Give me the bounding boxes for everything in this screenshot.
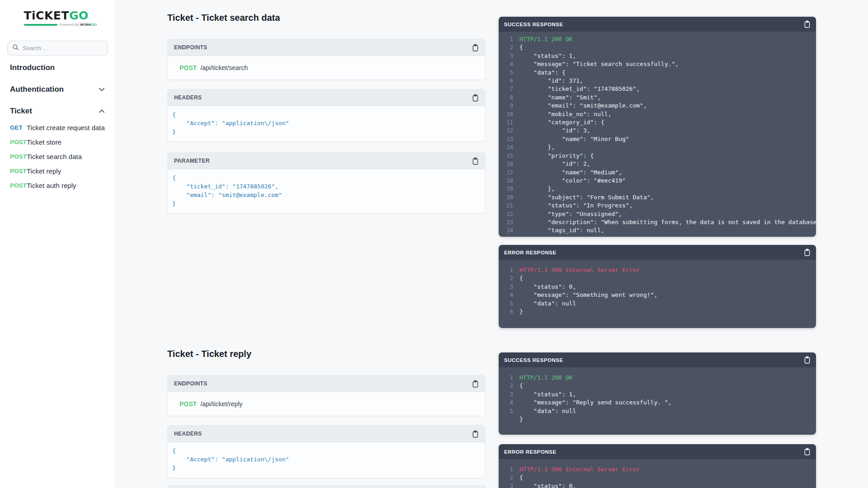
code-line: 2 { — [503, 274, 816, 282]
endpoint-label: Ticket store — [27, 138, 61, 147]
code-line: 3 "status": 1, — [503, 52, 816, 60]
code-line: 4 "message": "Something went wrong!", — [503, 291, 816, 299]
line-text: HTTP/1.1 500 Internal Server Error — [519, 266, 640, 274]
panel-title: ENDPOINTS — [174, 44, 208, 51]
line-number: 2 — [503, 43, 513, 52]
line-text: "status": 1, — [519, 52, 576, 60]
search-input[interactable] — [23, 45, 103, 52]
copy-icon[interactable] — [472, 94, 479, 102]
line-number: 1 — [503, 35, 513, 43]
line-number: 1 — [503, 266, 513, 274]
copy-icon[interactable] — [472, 430, 479, 438]
line-text: } — [519, 415, 523, 423]
endpoint-row: POST /api/ticket/search — [168, 56, 485, 80]
copy-icon[interactable] — [804, 20, 811, 28]
method-badge: POST — [10, 167, 27, 176]
chevron-down-icon — [99, 88, 104, 91]
sidebar-endpoint-item[interactable]: POST Ticket reply — [0, 167, 115, 176]
tagline-brand-dark: WORK — [80, 23, 91, 27]
line-text: "description": "When submitting forms, t… — [519, 218, 816, 226]
copy-icon[interactable] — [804, 249, 811, 256]
section-title: Ticket - Ticket search data — [167, 13, 280, 23]
code-line: 10 "mobile_no": null, — [503, 110, 816, 118]
line-number: 3 — [503, 52, 513, 60]
code-line: 5 "data": { — [503, 69, 816, 77]
line-text: "id": 371, — [519, 77, 583, 85]
line-text: "ticket_id": "1747885026", — [519, 85, 640, 93]
method-badge: POST — [10, 181, 27, 190]
line-number: 18 — [503, 177, 513, 185]
line-text: { — [519, 43, 523, 52]
code-line: 2 { — [503, 474, 816, 482]
headers-panel: HEADERS { "Accept": "application\/json"} — [167, 89, 486, 142]
code-block: { "Accept": "application\/json"} — [168, 442, 485, 478]
copy-icon[interactable] — [472, 380, 479, 388]
logo-underline — [24, 24, 57, 26]
line-number: 2 — [503, 474, 513, 482]
copy-icon[interactable] — [804, 356, 811, 364]
endpoint-row: POST /api/ticket/reply — [168, 392, 485, 416]
line-number: 9 — [503, 102, 513, 110]
tagline-brand-green: DO — [91, 23, 97, 27]
line-number: 7 — [503, 85, 513, 93]
success-response-panel: SUCCESS RESPONSE 1 HTTP/1.1 200 OK 2 { 3… — [499, 17, 816, 237]
sidebar-endpoint-item[interactable]: POST Ticket auth reply — [0, 181, 115, 190]
line-text: "status": "In Progress", — [519, 202, 632, 210]
code-line: } — [172, 464, 480, 472]
next-panel-partial — [167, 485, 486, 488]
sidebar-endpoint-item[interactable]: GET Ticket create request data — [0, 123, 115, 132]
sidebar-item-introduction[interactable]: Introduction — [0, 62, 115, 73]
code-line: } — [172, 199, 480, 208]
code-line: "Accept": "application\/json" — [172, 119, 480, 127]
code-line: } — [172, 127, 480, 136]
sidebar-endpoint-item[interactable]: POST Ticket store — [0, 138, 115, 147]
line-number: 13 — [503, 135, 513, 143]
logo-subline: Powered By WORKDO — [24, 23, 92, 27]
line-text: "message": "Ticket search successfully."… — [519, 60, 679, 68]
line-text: "data": null — [519, 407, 576, 415]
line-text: "tags_id": null, — [519, 226, 604, 235]
line-number: 15 — [503, 152, 513, 160]
code-line: 9 "email": "smit@example.com", — [503, 102, 816, 110]
code-line: 12 "id": 3, — [503, 127, 816, 135]
line-number: 5 — [503, 69, 513, 77]
line-number: 2 — [503, 274, 513, 282]
line-number: 1 — [503, 465, 513, 474]
code-line: "email": "smit@example.com" — [172, 191, 480, 199]
line-text: "message": "Reply send successfully. ", — [519, 399, 672, 407]
line-text: "data": { — [519, 69, 566, 77]
line-text: "type": "Unassigned", — [519, 210, 622, 218]
line-number: 5 — [503, 407, 513, 415]
code-line: 2 { — [503, 43, 816, 52]
app-logo[interactable]: TiCKETGO Powered By WORKDO — [24, 9, 92, 27]
endpoints-panel: ENDPOINTS POST /api/ticket/search — [167, 39, 486, 80]
line-number: 24 — [503, 226, 513, 235]
code-line: 2 { — [503, 382, 816, 390]
panel-title: HEADERS — [174, 94, 202, 101]
line-text: "subject": "Form Submit Data", — [519, 193, 654, 202]
copy-icon[interactable] — [472, 157, 479, 165]
panel-header: HEADERS — [168, 426, 485, 442]
parameter-panel: PARAMETER { "ticket_id": "1747885026", "… — [167, 152, 486, 214]
copy-icon[interactable] — [472, 44, 479, 52]
line-text: "category_id": { — [519, 118, 604, 127]
panel-header: PARAMETER — [168, 153, 485, 169]
sidebar: TiCKETGO Powered By WORKDO Introduction … — [0, 0, 116, 488]
line-text: "name": "Smit", — [519, 94, 601, 102]
line-text: }, — [519, 185, 555, 193]
code-line: { — [172, 446, 480, 455]
line-number: 3 — [503, 482, 513, 488]
success-response-panel: SUCCESS RESPONSE 1 HTTP/1.1 200 OK 2 { 3… — [499, 352, 816, 435]
nav-label: Ticket — [10, 107, 32, 116]
copy-icon[interactable] — [804, 448, 811, 455]
sidebar-endpoint-item[interactable]: POST Ticket search data — [0, 152, 115, 161]
line-text: "name": "Minor Bug" — [519, 135, 629, 143]
line-text: HTTP/1.1 200 OK — [519, 374, 572, 382]
sidebar-item-ticket[interactable]: Ticket — [0, 106, 115, 117]
line-number: 14 — [503, 143, 513, 151]
line-number: 11 — [503, 118, 513, 127]
code-line: 3 "status": 1, — [503, 390, 816, 399]
line-number: 16 — [503, 160, 513, 168]
search-box[interactable] — [7, 41, 108, 56]
sidebar-item-authentication[interactable]: Authentication — [0, 84, 115, 95]
